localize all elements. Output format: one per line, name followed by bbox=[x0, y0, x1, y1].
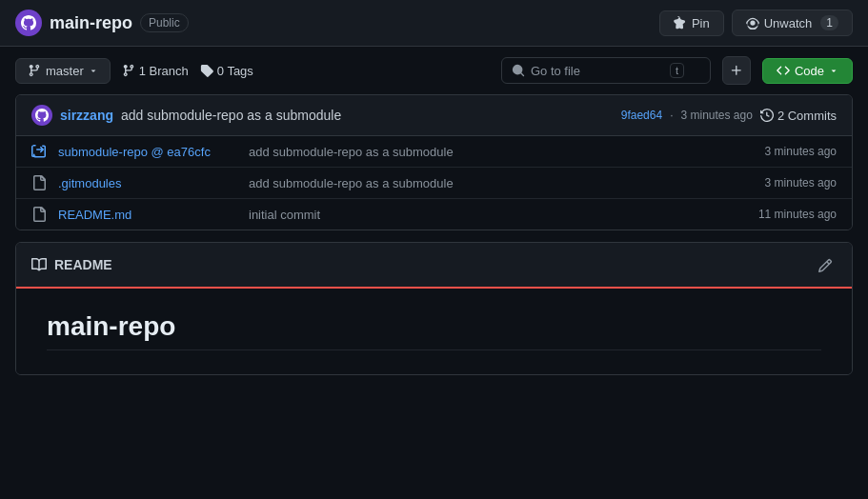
chevron-down-icon bbox=[89, 66, 98, 75]
branch-count-icon bbox=[122, 64, 135, 77]
branch-selector[interactable]: master bbox=[15, 58, 111, 84]
readme-title-area: README bbox=[31, 257, 112, 272]
branch-bar: master 1 Branch 0 Tags t Code bbox=[0, 47, 868, 94]
eye-icon bbox=[746, 16, 759, 30]
readme-body: main-repo bbox=[16, 289, 852, 374]
commit-message: add submodule-repo as a submodule bbox=[121, 108, 341, 123]
readme-title-label: README bbox=[54, 257, 112, 272]
pencil-icon bbox=[818, 258, 833, 273]
file-list: submodule-repo @ ea76cfc add submodule-r… bbox=[16, 136, 852, 230]
file-icon-wrap bbox=[31, 207, 50, 222]
tag-stat[interactable]: 0 Tags bbox=[200, 64, 253, 78]
table-row: README.md initial commit 11 minutes ago bbox=[16, 199, 852, 230]
tag-icon bbox=[200, 64, 213, 77]
visibility-badge: Public bbox=[140, 13, 189, 32]
repo-name-label: main-repo bbox=[50, 13, 132, 33]
plus-icon bbox=[730, 64, 743, 77]
code-label: Code bbox=[795, 64, 824, 78]
file-time: 11 minutes ago bbox=[722, 208, 837, 221]
history-icon bbox=[760, 109, 774, 122]
commits-link[interactable]: 2 Commits bbox=[760, 109, 837, 123]
file-commit-msg: add submodule-repo as a submodule bbox=[249, 176, 722, 190]
file-commit-msg: initial commit bbox=[249, 208, 722, 222]
commit-time: 3 minutes ago bbox=[680, 109, 752, 122]
file-time: 3 minutes ago bbox=[722, 176, 837, 190]
table-row: submodule-repo @ ea76cfc add submodule-r… bbox=[16, 136, 852, 168]
code-button[interactable]: Code bbox=[762, 58, 853, 84]
unwatch-button[interactable]: Unwatch 1 bbox=[732, 10, 853, 36]
file-name[interactable]: README.md bbox=[58, 208, 249, 222]
readme-header: README bbox=[16, 243, 852, 289]
readme-section: README main-repo bbox=[15, 242, 853, 375]
search-kbd: t bbox=[670, 63, 684, 78]
readme-edit-button[interactable] bbox=[814, 252, 837, 277]
file-section: sirzzang add submodule-repo as a submodu… bbox=[15, 94, 853, 230]
pin-label: Pin bbox=[692, 16, 710, 30]
commit-right: 9faed64 · 3 minutes ago 2 Commits bbox=[621, 109, 837, 123]
file-icon bbox=[31, 207, 47, 222]
commit-left: sirzzang add submodule-repo as a submodu… bbox=[31, 105, 341, 126]
watch-count: 1 bbox=[820, 15, 838, 30]
branch-count-label: 1 Branch bbox=[139, 64, 189, 78]
file-time: 3 minutes ago bbox=[722, 145, 837, 158]
file-name[interactable]: submodule-repo @ ea76cfc bbox=[58, 145, 249, 159]
readme-heading: main-repo bbox=[47, 311, 821, 350]
commit-separator: · bbox=[670, 109, 673, 122]
tag-count-label: 0 Tags bbox=[217, 64, 253, 78]
pin-button[interactable]: Pin bbox=[659, 10, 724, 36]
branch-stat[interactable]: 1 Branch bbox=[122, 64, 189, 78]
commit-author[interactable]: sirzzang bbox=[60, 108, 113, 123]
search-box[interactable]: t bbox=[501, 57, 711, 84]
top-actions: Pin Unwatch 1 bbox=[659, 10, 853, 36]
file-name[interactable]: .gitmodules bbox=[58, 176, 249, 190]
unwatch-label: Unwatch bbox=[764, 16, 813, 30]
commit-hash[interactable]: 9faed64 bbox=[621, 109, 662, 122]
commits-count-label: 2 Commits bbox=[777, 109, 837, 123]
search-icon bbox=[512, 64, 525, 77]
file-icon-wrap bbox=[31, 144, 50, 159]
table-row: .gitmodules add submodule-repo as a subm… bbox=[16, 168, 852, 199]
file-icon bbox=[31, 175, 47, 190]
repo-avatar bbox=[15, 10, 42, 36]
pin-icon bbox=[674, 16, 687, 30]
top-bar: main-repo Public Pin Unwatch 1 bbox=[0, 0, 868, 47]
book-icon bbox=[31, 257, 47, 272]
commit-avatar bbox=[31, 105, 52, 126]
branch-name: master bbox=[46, 64, 84, 78]
code-icon bbox=[777, 64, 790, 77]
commit-row: sirzzang add submodule-repo as a submodu… bbox=[16, 95, 852, 136]
search-input[interactable] bbox=[531, 64, 664, 78]
branch-icon bbox=[28, 64, 41, 77]
code-chevron-icon bbox=[829, 66, 838, 75]
submodule-icon bbox=[31, 144, 47, 159]
repo-title: main-repo Public bbox=[15, 10, 189, 36]
file-icon-wrap bbox=[31, 175, 50, 190]
add-file-button[interactable] bbox=[722, 56, 751, 85]
file-commit-msg: add submodule-repo as a submodule bbox=[249, 145, 722, 159]
